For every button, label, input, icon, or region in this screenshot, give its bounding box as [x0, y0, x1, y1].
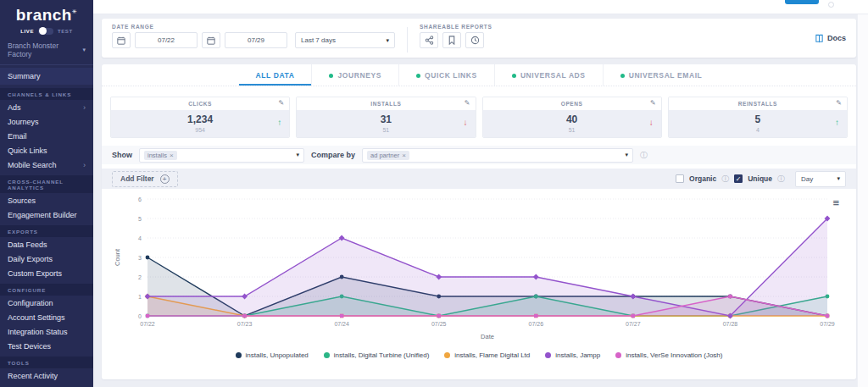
legend-item-installs-unpopulated[interactable]: installs, Unpopulated [236, 351, 309, 359]
add-filter-button[interactable]: Add Filter + [112, 171, 178, 187]
trend-up-arrow-icon: ↑ [277, 118, 281, 127]
show-select[interactable]: installs× ▾ [139, 148, 304, 163]
trend-down-arrow-icon: ↓ [464, 118, 468, 127]
sidebar-item-test-devices[interactable]: Test Devices [0, 339, 93, 353]
info-icon[interactable]: ⓘ [640, 152, 648, 159]
tab-label: ALL DATA [256, 71, 295, 80]
tab-quick-links[interactable]: QUICK LINKS [398, 64, 494, 86]
metric-card-header: CLICKS✎ [111, 97, 289, 110]
installs-line-chart: 012345607/2207/2307/2407/2507/2607/2707/… [110, 191, 848, 348]
organic-checkbox[interactable] [676, 174, 684, 183]
shareable-reports-label: SHAREABLE REPORTS [420, 24, 492, 30]
scrollbar-track[interactable] [857, 14, 868, 387]
sidebar-item-account-settings[interactable]: Account Settings [0, 310, 93, 324]
sidebar-item-integration-status[interactable]: Integration Status [0, 324, 93, 339]
analytics-panel: ALL DATAJOURNEYSQUICK LINKSUNIVERSAL ADS… [102, 64, 856, 379]
legend-label: installs, Flame Digital Ltd [454, 351, 530, 359]
metric-card-clicks: CLICKS✎1,234954↑ [110, 97, 290, 138]
svg-text:Date: Date [481, 333, 494, 340]
chart-menu-icon[interactable]: ≡ [832, 197, 839, 208]
topnav-active-indicator[interactable] [785, 0, 819, 4]
legend-item-installs-jampp[interactable]: installs, Jampp [545, 351, 600, 359]
sidebar-item-custom-exports[interactable]: Custom Exports [0, 266, 93, 280]
docs-link[interactable]: Docs [815, 34, 846, 43]
chevron-down-icon: ▾ [386, 37, 389, 44]
chevron-down-icon: ▾ [626, 152, 629, 158]
toolbar-divider [407, 27, 408, 53]
sidebar-item-label: Daily Exports [8, 255, 53, 263]
sidebar-item-configuration[interactable]: Configuration [0, 296, 93, 310]
svg-text:6: 6 [138, 196, 142, 202]
sidebar-item-label: Ads [8, 103, 21, 112]
sidebar-item-label: Integration Status [8, 328, 68, 336]
legend-color-dot-icon [545, 352, 551, 358]
calendar-icon[interactable] [202, 32, 220, 48]
sidebar-item-liveview[interactable]: Liveview [0, 383, 93, 387]
bookmark-icon[interactable] [442, 32, 461, 48]
book-icon [815, 34, 824, 43]
docs-label: Docs [827, 34, 846, 42]
sidebar: branch✳ LIVE TEST Branch Monster Factory… [0, 0, 93, 387]
history-icon[interactable] [465, 32, 484, 48]
tab-universal-email[interactable]: UNIVERSAL EMAIL [603, 64, 720, 86]
legend-color-dot-icon [615, 352, 621, 358]
live-test-toggle[interactable] [38, 28, 53, 35]
org-selector[interactable]: Branch Monster Factory ▾ [0, 35, 93, 65]
sidebar-sections: CHANNELS & LINKSAds›JourneysEmailQuick L… [0, 88, 93, 387]
avatar[interactable] [828, 2, 834, 8]
info-icon[interactable]: ⓘ [777, 175, 785, 183]
edit-pencil-icon[interactable]: ✎ [279, 99, 285, 107]
granularity-value: Day [801, 175, 813, 183]
metric-title: OPENS [561, 101, 583, 107]
compare-value-chip: ad partner× [367, 151, 409, 160]
show-value: installs [147, 152, 167, 159]
sidebar-item-email[interactable]: Email [0, 129, 93, 143]
chevron-down-icon: ▾ [82, 47, 86, 53]
edit-pencil-icon[interactable]: ✎ [836, 99, 842, 107]
sidebar-item-label: Quick Links [8, 147, 47, 155]
sidebar-item-mobile-search[interactable]: Mobile Search› [0, 158, 93, 172]
metric-card-header: REINSTALLS✎ [669, 97, 847, 110]
remove-chip-icon[interactable]: × [170, 152, 174, 159]
tab-journeys[interactable]: JOURNEYS [311, 64, 398, 86]
date-to-input[interactable]: 07/29 [225, 32, 287, 48]
metric-previous-value: 51 [297, 127, 475, 133]
date-preset-select[interactable]: Last 7 days ▾ [295, 32, 395, 48]
metric-cards: CLICKS✎1,234954↑INSTALLS✎3151↓OPENS✎4051… [110, 97, 848, 138]
sidebar-item-summary[interactable]: Summary [0, 68, 93, 85]
edit-pencil-icon[interactable]: ✎ [465, 99, 470, 107]
metric-card-body: 54↑ [669, 110, 847, 137]
edit-pencil-icon[interactable]: ✎ [650, 99, 656, 107]
remove-chip-icon[interactable]: × [402, 152, 406, 159]
sidebar-item-engagement-builder[interactable]: Engagement Builder [0, 207, 93, 222]
granularity-select[interactable]: Day ▾ [795, 171, 846, 187]
share-icon[interactable] [420, 32, 438, 48]
date-from-input[interactable]: 07/22 [135, 32, 198, 48]
svg-text:07/25: 07/25 [431, 321, 447, 327]
sidebar-item-data-feeds[interactable]: Data Feeds [0, 237, 93, 252]
sidebar-item-label: Test Devices [8, 342, 51, 351]
tab-all-data[interactable]: ALL DATA [239, 64, 312, 86]
sidebar-item-journeys[interactable]: Journeys [0, 114, 93, 129]
info-icon[interactable]: ⓘ [721, 175, 729, 183]
sidebar-item-label: Sources [8, 196, 36, 205]
org-selector-label: Branch Monster Factory [8, 41, 79, 58]
sidebar-section-title: CROSS-CHANNEL ANALYTICS [0, 175, 93, 193]
unique-checkbox[interactable]: ✓ [734, 174, 743, 183]
sidebar-item-sources[interactable]: Sources [0, 193, 93, 207]
show-value-chip: installs× [144, 151, 177, 160]
legend-item-installs-digital-turbine-unified[interactable]: installs, Digital Turbine (Unified) [324, 351, 430, 359]
date-range-group: DATE RANGE 07/22 07/29 Last 7 days ▾ [112, 24, 395, 48]
sidebar-item-ads[interactable]: Ads› [0, 100, 93, 114]
sidebar-item-recent-activity[interactable]: Recent Activity [0, 368, 93, 383]
legend-item-installs-flame-digital-ltd[interactable]: installs, Flame Digital Ltd [444, 351, 530, 359]
legend-item-installs-verse-innovation-josh[interactable]: installs, VerSe Innovation (Josh) [615, 351, 722, 359]
svg-text:4: 4 [138, 235, 142, 241]
calendar-icon[interactable] [112, 32, 131, 48]
svg-text:07/24: 07/24 [334, 321, 349, 327]
legend-label: installs, Unpopulated [246, 351, 309, 359]
compare-by-select[interactable]: ad partner× ▾ [362, 148, 633, 163]
tab-universal-ads[interactable]: UNIVERSAL ADS [494, 64, 603, 86]
sidebar-item-quick-links[interactable]: Quick Links [0, 143, 93, 158]
sidebar-item-daily-exports[interactable]: Daily Exports [0, 252, 93, 266]
